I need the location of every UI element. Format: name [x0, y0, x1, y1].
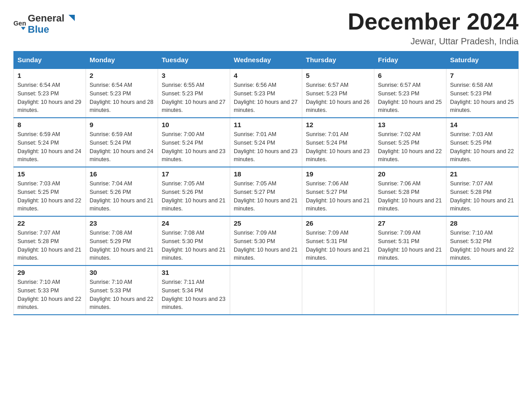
day-number: 26	[306, 219, 370, 227]
day-info: Sunrise: 6:57 AMSunset: 5:23 PMDaylight:…	[378, 81, 442, 115]
day-info: Sunrise: 7:01 AMSunset: 5:24 PMDaylight:…	[234, 130, 298, 164]
calendar-cell: 31 Sunrise: 7:11 AMSunset: 5:34 PMDaylig…	[158, 265, 230, 315]
day-info: Sunrise: 7:09 AMSunset: 5:31 PMDaylight:…	[306, 229, 370, 262]
calendar-cell	[302, 265, 374, 315]
calendar-cell: 26 Sunrise: 7:09 AMSunset: 5:31 PMDaylig…	[302, 216, 374, 265]
day-info: Sunrise: 7:05 AMSunset: 5:26 PMDaylight:…	[162, 180, 226, 213]
day-number: 19	[306, 170, 370, 178]
calendar-cell: 25 Sunrise: 7:09 AMSunset: 5:30 PMDaylig…	[230, 216, 302, 265]
logo-triangle-icon	[65, 14, 75, 24]
day-number: 8	[17, 121, 82, 128]
day-number: 15	[17, 170, 82, 178]
day-info: Sunrise: 6:56 AMSunset: 5:23 PMDaylight:…	[234, 81, 298, 115]
day-info: Sunrise: 7:09 AMSunset: 5:30 PMDaylight:…	[234, 229, 298, 262]
day-info: Sunrise: 7:09 AMSunset: 5:31 PMDaylight:…	[378, 229, 442, 262]
day-info: Sunrise: 7:10 AMSunset: 5:33 PMDaylight:…	[90, 278, 154, 312]
page-header: General General Blue December 2024 Jewar…	[13, 9, 519, 47]
day-info: Sunrise: 7:06 AMSunset: 5:28 PMDaylight:…	[378, 180, 442, 213]
weekday-header-wednesday: Wednesday	[230, 51, 302, 69]
calendar-cell: 24 Sunrise: 7:08 AMSunset: 5:30 PMDaylig…	[158, 216, 230, 265]
day-number: 20	[378, 170, 442, 178]
day-number: 16	[90, 170, 154, 178]
day-number: 6	[378, 72, 442, 79]
day-info: Sunrise: 7:07 AMSunset: 5:28 PMDaylight:…	[17, 229, 82, 262]
day-info: Sunrise: 7:11 AMSunset: 5:34 PMDaylight:…	[162, 278, 226, 312]
calendar-week-4: 22 Sunrise: 7:07 AMSunset: 5:28 PMDaylig…	[14, 216, 519, 265]
day-info: Sunrise: 6:59 AMSunset: 5:24 PMDaylight:…	[17, 130, 82, 164]
calendar-cell: 21 Sunrise: 7:07 AMSunset: 5:28 PMDaylig…	[446, 167, 519, 216]
calendar-cell: 7 Sunrise: 6:58 AMSunset: 5:23 PMDayligh…	[446, 68, 519, 118]
weekday-header-thursday: Thursday	[302, 51, 374, 69]
calendar-cell: 15 Sunrise: 7:03 AMSunset: 5:25 PMDaylig…	[14, 167, 86, 216]
day-number: 11	[234, 121, 298, 128]
day-info: Sunrise: 7:01 AMSunset: 5:24 PMDaylight:…	[306, 130, 370, 164]
calendar-cell: 10 Sunrise: 7:00 AMSunset: 5:24 PMDaylig…	[158, 118, 230, 167]
day-info: Sunrise: 7:05 AMSunset: 5:27 PMDaylight:…	[234, 180, 298, 213]
day-number: 18	[234, 170, 298, 178]
calendar-cell: 18 Sunrise: 7:05 AMSunset: 5:27 PMDaylig…	[230, 167, 302, 216]
day-number: 29	[17, 269, 82, 276]
svg-text:General: General	[13, 19, 26, 26]
day-info: Sunrise: 6:54 AMSunset: 5:23 PMDaylight:…	[17, 81, 82, 115]
day-number: 21	[450, 170, 515, 178]
day-info: Sunrise: 7:08 AMSunset: 5:30 PMDaylight:…	[162, 229, 226, 262]
calendar-cell	[230, 265, 302, 315]
day-info: Sunrise: 7:04 AMSunset: 5:26 PMDaylight:…	[90, 180, 154, 213]
day-number: 12	[306, 121, 370, 128]
weekday-header-friday: Friday	[374, 51, 446, 69]
calendar-cell: 4 Sunrise: 6:56 AMSunset: 5:23 PMDayligh…	[230, 68, 302, 118]
calendar-table: SundayMondayTuesdayWednesdayThursdayFrid…	[13, 51, 519, 315]
calendar-cell: 17 Sunrise: 7:05 AMSunset: 5:26 PMDaylig…	[158, 167, 230, 216]
day-info: Sunrise: 7:07 AMSunset: 5:28 PMDaylight:…	[450, 180, 515, 213]
weekday-header-tuesday: Tuesday	[158, 51, 230, 69]
day-number: 30	[90, 269, 154, 276]
day-number: 13	[378, 121, 442, 128]
svg-marker-1	[21, 27, 26, 30]
day-info: Sunrise: 6:59 AMSunset: 5:24 PMDaylight:…	[90, 130, 154, 164]
day-info: Sunrise: 7:02 AMSunset: 5:25 PMDaylight:…	[378, 130, 442, 164]
calendar-cell: 14 Sunrise: 7:03 AMSunset: 5:25 PMDaylig…	[446, 118, 519, 167]
calendar-cell: 8 Sunrise: 6:59 AMSunset: 5:24 PMDayligh…	[14, 118, 86, 167]
day-number: 10	[162, 121, 226, 128]
day-info: Sunrise: 6:57 AMSunset: 5:23 PMDaylight:…	[306, 81, 370, 115]
calendar-cell: 19 Sunrise: 7:06 AMSunset: 5:27 PMDaylig…	[302, 167, 374, 216]
day-info: Sunrise: 7:03 AMSunset: 5:25 PMDaylight:…	[450, 130, 515, 164]
calendar-week-3: 15 Sunrise: 7:03 AMSunset: 5:25 PMDaylig…	[14, 167, 519, 216]
day-number: 28	[450, 219, 515, 227]
weekday-header-sunday: Sunday	[14, 51, 86, 69]
day-info: Sunrise: 7:06 AMSunset: 5:27 PMDaylight:…	[306, 180, 370, 213]
calendar-cell: 3 Sunrise: 6:55 AMSunset: 5:23 PMDayligh…	[158, 68, 230, 118]
calendar-cell: 2 Sunrise: 6:54 AMSunset: 5:23 PMDayligh…	[86, 68, 158, 118]
calendar-cell	[446, 265, 519, 315]
calendar-cell: 12 Sunrise: 7:01 AMSunset: 5:24 PMDaylig…	[302, 118, 374, 167]
day-info: Sunrise: 7:08 AMSunset: 5:29 PMDaylight:…	[90, 229, 154, 262]
calendar-week-2: 8 Sunrise: 6:59 AMSunset: 5:24 PMDayligh…	[14, 118, 519, 167]
day-info: Sunrise: 6:58 AMSunset: 5:23 PMDaylight:…	[450, 81, 515, 115]
day-number: 31	[162, 269, 226, 276]
day-number: 7	[450, 72, 515, 79]
calendar-cell: 23 Sunrise: 7:08 AMSunset: 5:29 PMDaylig…	[86, 216, 158, 265]
logo-blue: Blue	[28, 25, 75, 34]
calendar-cell: 30 Sunrise: 7:10 AMSunset: 5:33 PMDaylig…	[86, 265, 158, 315]
day-number: 22	[17, 219, 82, 227]
calendar-cell: 22 Sunrise: 7:07 AMSunset: 5:28 PMDaylig…	[14, 216, 86, 265]
calendar-cell: 28 Sunrise: 7:10 AMSunset: 5:32 PMDaylig…	[446, 216, 519, 265]
calendar-cell: 29 Sunrise: 7:10 AMSunset: 5:33 PMDaylig…	[14, 265, 86, 315]
day-info: Sunrise: 6:54 AMSunset: 5:23 PMDaylight:…	[90, 81, 154, 115]
logo: General General Blue	[13, 13, 75, 34]
calendar-cell: 6 Sunrise: 6:57 AMSunset: 5:23 PMDayligh…	[374, 68, 446, 118]
calendar-week-1: 1 Sunrise: 6:54 AMSunset: 5:23 PMDayligh…	[14, 68, 519, 118]
day-info: Sunrise: 7:10 AMSunset: 5:33 PMDaylight:…	[17, 278, 82, 312]
calendar-cell: 20 Sunrise: 7:06 AMSunset: 5:28 PMDaylig…	[374, 167, 446, 216]
location: Jewar, Uttar Pradesh, India	[348, 36, 519, 47]
day-info: Sunrise: 7:00 AMSunset: 5:24 PMDaylight:…	[162, 130, 226, 164]
title-section: December 2024 Jewar, Uttar Pradesh, Indi…	[348, 9, 519, 47]
calendar-week-5: 29 Sunrise: 7:10 AMSunset: 5:33 PMDaylig…	[14, 265, 519, 315]
calendar-header-row: SundayMondayTuesdayWednesdayThursdayFrid…	[14, 51, 519, 69]
day-number: 25	[234, 219, 298, 227]
day-number: 1	[17, 72, 82, 79]
day-number: 23	[90, 219, 154, 227]
day-number: 9	[90, 121, 154, 128]
month-title: December 2024	[348, 9, 519, 34]
day-number: 27	[378, 219, 442, 227]
